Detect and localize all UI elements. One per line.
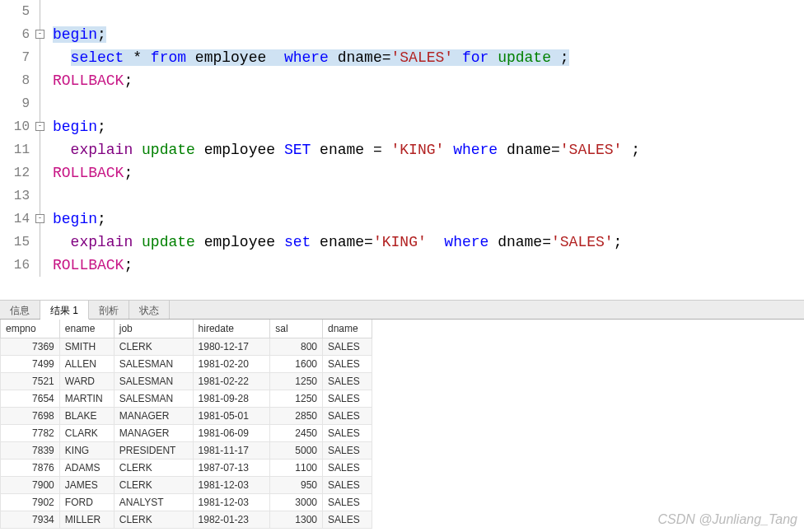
cell-job[interactable]: CLERK: [114, 338, 193, 356]
cell-job[interactable]: ANALYST: [114, 494, 193, 511]
col-header-job[interactable]: job: [114, 320, 193, 338]
cell-job[interactable]: MANAGER: [114, 408, 193, 425]
cell-dname[interactable]: SALES: [323, 460, 372, 477]
cell-ename[interactable]: JAMES: [59, 477, 114, 494]
cell-empno[interactable]: 7499: [1, 356, 60, 373]
tab-status[interactable]: 状态: [129, 301, 170, 319]
cell-dname[interactable]: SALES: [323, 477, 372, 494]
cell-hiredate[interactable]: 1981-02-22: [193, 373, 270, 390]
tab-result[interactable]: 结果 1: [40, 301, 89, 320]
cell-dname[interactable]: SALES: [323, 373, 372, 390]
code-line: begin;: [53, 115, 804, 138]
cell-empno[interactable]: 7521: [1, 373, 60, 390]
table-row[interactable]: 7782CLARKMANAGER1981-06-092450SALES: [1, 425, 372, 442]
cell-empno[interactable]: 7782: [1, 425, 60, 442]
cell-sal[interactable]: 1250: [270, 373, 323, 390]
cell-job[interactable]: SALESMAN: [114, 373, 193, 390]
line-number: 9: [0, 92, 30, 115]
cell-job[interactable]: CLERK: [114, 460, 193, 477]
line-number: 7: [0, 46, 30, 69]
cell-sal[interactable]: 3000: [270, 494, 323, 511]
cell-ename[interactable]: KING: [59, 442, 114, 460]
table-row[interactable]: 7369SMITHCLERK1980-12-17800SALES: [1, 338, 372, 356]
cell-job[interactable]: MANAGER: [114, 425, 193, 442]
cell-hiredate[interactable]: 1981-12-03: [193, 494, 270, 511]
cell-dname[interactable]: SALES: [323, 408, 372, 425]
table-row[interactable]: 7902FORDANALYST1981-12-033000SALES: [1, 494, 372, 511]
cell-hiredate[interactable]: 1981-12-03: [193, 477, 270, 494]
code-content[interactable]: begin; select * from employee where dnam…: [49, 0, 804, 277]
cell-empno[interactable]: 7654: [1, 390, 60, 408]
cell-empno[interactable]: 7876: [1, 460, 60, 477]
col-header-sal[interactable]: sal: [270, 320, 323, 338]
cell-empno[interactable]: 7839: [1, 442, 60, 460]
cell-empno[interactable]: 7900: [1, 477, 60, 494]
cell-sal[interactable]: 1250: [270, 390, 323, 408]
cell-job[interactable]: PRESIDENT: [114, 442, 193, 460]
cell-ename[interactable]: BLAKE: [59, 408, 114, 425]
col-header-hiredate[interactable]: hiredate: [193, 320, 270, 338]
col-header-ename[interactable]: ename: [59, 320, 114, 338]
cell-dname[interactable]: SALES: [323, 338, 372, 356]
cell-sal[interactable]: 1300: [270, 511, 323, 529]
cell-ename[interactable]: MILLER: [59, 511, 114, 529]
tab-info[interactable]: 信息: [0, 301, 40, 319]
cell-ename[interactable]: ALLEN: [59, 356, 114, 373]
cell-hiredate[interactable]: 1981-09-28: [193, 390, 270, 408]
col-header-empno[interactable]: empno: [1, 320, 60, 338]
cell-empno[interactable]: 7698: [1, 408, 60, 425]
cell-dname[interactable]: SALES: [323, 494, 372, 511]
table-row[interactable]: 7900JAMESCLERK1981-12-03950SALES: [1, 477, 372, 494]
table-row[interactable]: 7499ALLENSALESMAN1981-02-201600SALES: [1, 356, 372, 373]
cell-job[interactable]: CLERK: [114, 511, 193, 529]
fold-minus-icon[interactable]: -: [35, 30, 44, 39]
cell-sal[interactable]: 800: [270, 338, 323, 356]
table-row[interactable]: 7876ADAMSCLERK1987-07-131100SALES: [1, 460, 372, 477]
cell-ename[interactable]: SMITH: [59, 338, 114, 356]
cell-hiredate[interactable]: 1980-12-17: [193, 338, 270, 356]
fold-minus-icon[interactable]: -: [35, 214, 44, 223]
table-row[interactable]: 7698BLAKEMANAGER1981-05-012850SALES: [1, 408, 372, 425]
table-row[interactable]: 7934MILLERCLERK1982-01-231300SALES: [1, 511, 372, 529]
cell-job[interactable]: SALESMAN: [114, 390, 193, 408]
cell-dname[interactable]: SALES: [323, 425, 372, 442]
cell-empno[interactable]: 7902: [1, 494, 60, 511]
table-header-row: empno ename job hiredate sal dname: [1, 320, 372, 338]
cell-ename[interactable]: MARTIN: [59, 390, 114, 408]
cell-dname[interactable]: SALES: [323, 390, 372, 408]
cell-sal[interactable]: 950: [270, 477, 323, 494]
fold-minus-icon[interactable]: -: [35, 122, 44, 131]
cell-job[interactable]: SALESMAN: [114, 356, 193, 373]
col-header-dname[interactable]: dname: [323, 320, 372, 338]
cell-hiredate[interactable]: 1981-02-20: [193, 356, 270, 373]
cell-dname[interactable]: SALES: [323, 511, 372, 529]
cell-hiredate[interactable]: 1981-06-09: [193, 425, 270, 442]
tab-profile[interactable]: 剖析: [89, 301, 129, 319]
cell-ename[interactable]: ADAMS: [59, 460, 114, 477]
result-table[interactable]: empno ename job hiredate sal dname 7369S…: [0, 320, 372, 529]
cell-dname[interactable]: SALES: [323, 356, 372, 373]
line-number: 6: [0, 23, 30, 46]
cell-sal[interactable]: 1100: [270, 460, 323, 477]
cell-dname[interactable]: SALES: [323, 442, 372, 460]
cell-hiredate[interactable]: 1982-01-23: [193, 511, 270, 529]
cell-hiredate[interactable]: 1981-05-01: [193, 408, 270, 425]
cell-hiredate[interactable]: 1987-07-13: [193, 460, 270, 477]
cell-sal[interactable]: 2450: [270, 425, 323, 442]
watermark: CSDN @Junliang_Tang: [657, 512, 797, 527]
cell-sal[interactable]: 5000: [270, 442, 323, 460]
cell-job[interactable]: CLERK: [114, 477, 193, 494]
table-row[interactable]: 7521WARDSALESMAN1981-02-221250SALES: [1, 373, 372, 390]
code-line: explain update employee SET ename = 'KIN…: [53, 138, 804, 161]
table-row[interactable]: 7839KINGPRESIDENT1981-11-175000SALES: [1, 442, 372, 460]
cell-empno[interactable]: 7369: [1, 338, 60, 356]
cell-sal[interactable]: 1600: [270, 356, 323, 373]
code-editor[interactable]: 5 6 7 8 9 10 11 12 13 14 15 16 - - - beg…: [0, 0, 804, 277]
table-row[interactable]: 7654MARTINSALESMAN1981-09-281250SALES: [1, 390, 372, 408]
cell-ename[interactable]: WARD: [59, 373, 114, 390]
cell-sal[interactable]: 2850: [270, 408, 323, 425]
cell-hiredate[interactable]: 1981-11-17: [193, 442, 270, 460]
cell-ename[interactable]: FORD: [59, 494, 114, 511]
cell-ename[interactable]: CLARK: [59, 425, 114, 442]
cell-empno[interactable]: 7934: [1, 511, 60, 529]
